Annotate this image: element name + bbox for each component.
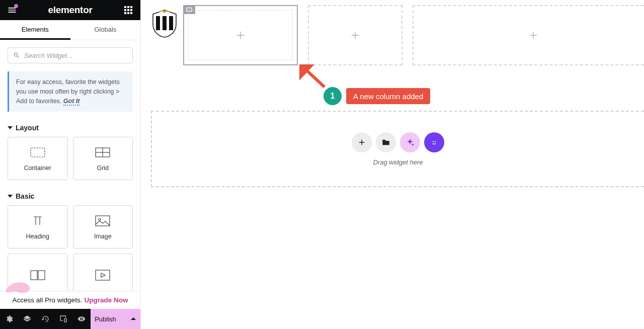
- publish-label: Publish: [95, 315, 116, 323]
- svg-rect-4: [127, 9, 129, 11]
- ai-button[interactable]: [400, 132, 420, 152]
- basic-widget-grid: Heading Image: [8, 205, 133, 291]
- gear-icon: [5, 315, 13, 323]
- search-icon: [13, 52, 20, 59]
- folder-icon: [381, 138, 390, 147]
- container-icon: [30, 145, 45, 159]
- annotation-label: A new column added: [346, 88, 430, 104]
- sidebar-header: elementor: [0, 0, 140, 20]
- heading-icon: [31, 214, 45, 228]
- favorites-tip: For easy access, favorite the widgets yo…: [8, 71, 133, 112]
- add-section-button[interactable]: [352, 132, 372, 152]
- caret-down-icon: [8, 194, 13, 199]
- upsell-bar: Access all Pro widgets. Upgrade Now: [0, 291, 140, 309]
- add-widget-icon[interactable]: [528, 30, 539, 41]
- devices-icon: [59, 315, 67, 323]
- sidebar-tabs: Elements Globals: [0, 20, 140, 40]
- eye-icon: [77, 315, 86, 323]
- image-icon: [95, 214, 110, 228]
- publish-button[interactable]: Publish: [91, 309, 140, 329]
- widget-heading[interactable]: Heading: [8, 205, 68, 249]
- editor-sidebar: elementor Elements Globals For easy acce…: [0, 0, 141, 329]
- svg-rect-22: [187, 8, 192, 12]
- svg-rect-15: [31, 271, 37, 280]
- search-wrap: [0, 40, 140, 67]
- svg-rect-19: [163, 16, 167, 30]
- widget-image-label: Image: [94, 233, 112, 240]
- app-logo: elementor: [48, 5, 92, 16]
- tab-globals[interactable]: Globals: [70, 20, 141, 40]
- widget-heading-label: Heading: [26, 233, 49, 240]
- widget-video[interactable]: [73, 254, 133, 291]
- column-2[interactable]: [308, 5, 403, 65]
- page-logo-image[interactable]: [151, 9, 178, 38]
- svg-rect-17: [96, 270, 110, 280]
- column-handle[interactable]: [183, 5, 195, 14]
- layers-icon: [23, 315, 31, 323]
- drop-hint-text: Drag widget here: [373, 158, 423, 166]
- section-layout-header[interactable]: Layout: [8, 117, 133, 137]
- plus-icon: [357, 138, 366, 147]
- widget-inner-section[interactable]: [8, 254, 68, 291]
- history-button[interactable]: [36, 309, 54, 329]
- widget-grid-label: Grid: [97, 164, 109, 172]
- responsive-button[interactable]: [54, 309, 72, 329]
- sidebar-footer: Publish: [0, 309, 140, 329]
- video-icon: [95, 268, 110, 282]
- section-basic-header[interactable]: Basic: [8, 185, 133, 205]
- widget-container[interactable]: Container: [8, 137, 68, 180]
- svg-point-23: [431, 138, 438, 146]
- widget-container-label: Container: [24, 164, 51, 172]
- new-section-drop-area[interactable]: Drag widget here: [151, 111, 644, 187]
- svg-point-21: [164, 11, 166, 13]
- svg-rect-18: [156, 16, 160, 30]
- svg-rect-9: [31, 148, 45, 157]
- navigator-button[interactable]: [18, 309, 36, 329]
- svg-rect-7: [127, 12, 129, 14]
- tab-elements[interactable]: Elements: [0, 20, 70, 40]
- upsell-text: Access all Pro widgets.: [13, 296, 83, 304]
- widget-panel-toggle[interactable]: [120, 2, 136, 18]
- svg-rect-0: [124, 6, 126, 8]
- add-widget-icon[interactable]: [235, 30, 246, 41]
- crest-icon: [151, 9, 178, 38]
- svg-rect-5: [130, 9, 132, 11]
- editor-canvas[interactable]: 1 A new column added Drag widget here: [141, 0, 644, 329]
- widget-image[interactable]: Image: [73, 205, 133, 249]
- svg-rect-16: [38, 271, 45, 280]
- svg-rect-2: [130, 6, 132, 8]
- column-3[interactable]: [413, 5, 644, 65]
- notification-dot-icon: [14, 4, 18, 8]
- svg-rect-6: [124, 12, 126, 14]
- upgrade-link[interactable]: Upgrade Now: [84, 296, 128, 304]
- svg-point-25: [435, 141, 436, 142]
- column-icon: [186, 7, 192, 12]
- svg-point-14: [99, 218, 101, 220]
- chevron-up-icon: [130, 316, 136, 322]
- drop-actions: [352, 132, 444, 152]
- grid-icon: [124, 6, 132, 14]
- tip-gotit[interactable]: Got It: [63, 98, 80, 106]
- add-widget-icon[interactable]: [350, 30, 361, 41]
- menu-button[interactable]: [4, 2, 20, 18]
- caret-down-icon: [8, 125, 13, 130]
- layout-widget-grid: Container Grid: [8, 137, 133, 185]
- column-1-selected[interactable]: [183, 5, 298, 65]
- ai-face-icon: [430, 138, 439, 147]
- widgets-body: Layout Container Grid Basic: [0, 117, 140, 291]
- widget-grid[interactable]: Grid: [73, 137, 133, 180]
- add-template-button[interactable]: [376, 132, 396, 152]
- annotation-arrow-icon: [299, 64, 330, 90]
- sparkle-icon: [406, 138, 415, 147]
- search-input[interactable]: [24, 52, 127, 59]
- settings-button[interactable]: [0, 309, 18, 329]
- elementor-ai-button[interactable]: [424, 132, 444, 152]
- svg-rect-3: [124, 9, 126, 11]
- search-box[interactable]: [8, 47, 133, 63]
- preview-button[interactable]: [72, 309, 91, 329]
- svg-rect-13: [96, 216, 110, 226]
- svg-rect-8: [130, 12, 132, 14]
- columns-row: [183, 5, 644, 65]
- grid-widget-icon: [95, 145, 110, 159]
- inner-section-icon: [30, 268, 45, 282]
